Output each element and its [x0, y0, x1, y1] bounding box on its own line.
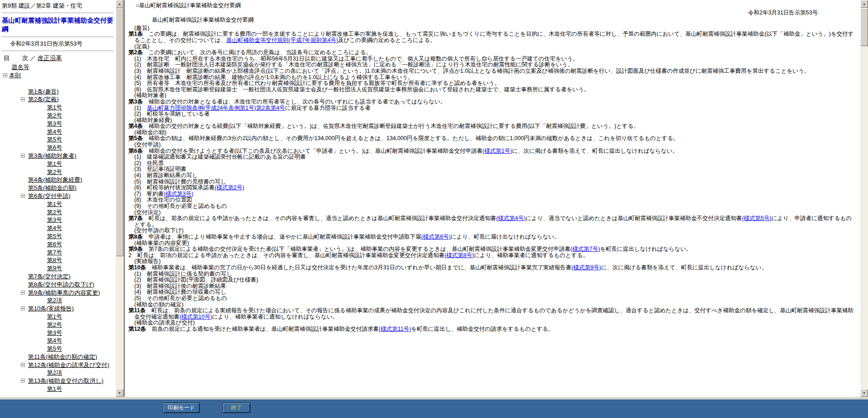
document-link[interactable]: (様式第6号): [421, 234, 451, 240]
toc-item: 第2号: [2, 321, 115, 329]
toc-link[interactable]: 第2項: [47, 369, 62, 376]
document-link[interactable]: (様式第3号): [164, 191, 193, 197]
toc-link[interactable]: 第5号: [47, 345, 62, 352]
tree-collapse-icon[interactable]: [3, 73, 7, 77]
toc-link[interactable]: 第2項: [47, 297, 62, 304]
revision-history-link[interactable]: 改正沿革: [38, 55, 62, 61]
sidebar-scrollbar-thumb[interactable]: [116, 8, 123, 256]
toc-link[interactable]: 題名等: [12, 64, 29, 70]
toc-link[interactable]: 第1条(趣旨): [28, 88, 59, 95]
sidebar-scrollbar[interactable]: ▲ ▼: [116, 0, 123, 397]
document-scrollbar-down-button[interactable]: ▼: [860, 389, 868, 397]
toc-link[interactable]: 第2号: [47, 321, 62, 328]
toc-link[interactable]: 第7条(交付決定): [28, 273, 71, 280]
document-scrollbar-up-button[interactable]: ▲: [860, 0, 868, 8]
tree-collapse-icon[interactable]: [21, 154, 25, 158]
toc-link[interactable]: 第8号: [47, 257, 62, 263]
toc-link[interactable]: 第1号: [47, 104, 62, 111]
article-paragraph: 第5条 補助金の額は、補助対象経費の3分の2以内の額とし、その費用が134,00…: [128, 136, 857, 142]
toc-link[interactable]: 第7号: [47, 249, 62, 256]
toc-link[interactable]: 第5号: [47, 136, 62, 143]
toc-item: 第4号: [2, 224, 115, 232]
toc-link[interactable]: 第2号: [47, 209, 62, 216]
toc-link[interactable]: 第9条(補助事業の内容変更): [28, 289, 100, 296]
document-link[interactable]: (様式第7号): [571, 246, 600, 252]
document-link[interactable]: (様式第11号): [379, 326, 411, 332]
toc-link[interactable]: 第6号: [47, 144, 62, 151]
sidebar-divider: [2, 37, 114, 38]
down-arrow-icon: ▼: [118, 391, 121, 395]
document-link[interactable]: (様式第4号): [496, 215, 525, 221]
tree-collapse-icon[interactable]: [21, 363, 25, 367]
toc-link[interactable]: 第3号: [47, 329, 62, 336]
text-run: (7) 誓約書: [134, 191, 164, 197]
toc-link[interactable]: 第4条(補助対象経費): [28, 176, 82, 183]
exit-button[interactable]: 終了: [222, 403, 250, 413]
article-number: 第1条: [128, 31, 143, 37]
toc-link[interactable]: 第4号: [47, 225, 62, 231]
document-scrollbar[interactable]: ▲ ▼: [860, 0, 868, 397]
document-link[interactable]: (様式第9号): [571, 264, 601, 271]
document-scrollbar-thumb[interactable]: [860, 8, 868, 46]
tree-collapse-icon[interactable]: [21, 379, 25, 383]
toc-item: 題名等: [2, 63, 115, 71]
toc-link[interactable]: 第4号: [47, 337, 62, 344]
sidebar-divider: [2, 51, 114, 52]
text-run: (補助事業の内容変更): [134, 240, 189, 246]
tree-collapse-icon[interactable]: [21, 291, 25, 295]
print-mode-button[interactable]: 印刷モード: [163, 403, 200, 413]
toc-link[interactable]: 第5条(補助金の額): [28, 184, 76, 191]
toc-link[interactable]: 第2条(定義): [28, 96, 59, 103]
toc-link[interactable]: 第10条(実績報告): [28, 305, 74, 312]
toc-link[interactable]: 第11条(補助金の額の確定): [28, 353, 97, 360]
toc-link[interactable]: 第5号: [47, 233, 62, 240]
toc-link[interactable]: 第1号: [47, 160, 62, 167]
toc-header-mokuji: 目 次: [4, 55, 28, 61]
text-run: (趣旨): [134, 25, 149, 31]
text-run: (交付申請): [134, 141, 160, 148]
document-link[interactable]: (様式第8号): [444, 252, 474, 258]
text-run: (補助対象経費): [134, 117, 172, 123]
article-item: (2) 耐震診断 一般財団法人日本建築防災協会が発行する「木造住宅の耐震診断と補…: [134, 62, 857, 68]
toc-link[interactable]: 第1号: [47, 385, 62, 392]
toc-link[interactable]: 第3号: [47, 216, 62, 223]
toc-sidebar: 第9類 建設／第2章 建築・住宅 基山町耐震補強設計事業補助金交付要綱 令和2年…: [0, 0, 116, 397]
document-link[interactable]: (様式第2号): [215, 184, 244, 191]
toc-item: 第2項: [2, 369, 115, 377]
tree-collapse-icon[interactable]: [21, 97, 25, 101]
tree-collapse-icon[interactable]: [21, 306, 25, 310]
toc-link[interactable]: 第6号: [47, 241, 62, 248]
text-run: この要綱において、次の各号に掲げる用語の意義は、当該各号に定めるところによる。: [143, 49, 372, 56]
toc-link[interactable]: 第13条(補助金交付の取消し): [28, 377, 104, 384]
toc-link[interactable]: 第12条(補助金の請求及び交付): [28, 362, 109, 368]
toc-link[interactable]: 第1号: [47, 313, 62, 320]
toc-link[interactable]: 第4号: [47, 128, 62, 135]
sidebar-scrollbar-down-button[interactable]: ▼: [116, 389, 123, 397]
sidebar-scrollbar-up-button[interactable]: ▲: [116, 0, 123, 8]
document-link[interactable]: (様式第10号): [179, 314, 212, 320]
text-run: (2) 耐震診断 一般財団法人日本建築防災協会が発行する「木造住宅の耐震診断と補…: [134, 61, 573, 68]
document-link[interactable]: 基山町暴力団排除条例(平成24年条例第1号)第2条第4号: [147, 105, 285, 111]
toc-link[interactable]: 第2号: [47, 112, 62, 119]
toc-link[interactable]: 第2号: [47, 169, 62, 175]
document-link[interactable]: (様式第1号): [482, 148, 512, 154]
toc-link[interactable]: 第3号: [47, 120, 62, 127]
document-link[interactable]: (様式第5号): [742, 215, 771, 221]
text-run: (交付決定): [134, 209, 160, 216]
toc-link[interactable]: 第6条(交付申請): [28, 193, 71, 199]
bottom-toolbar: 印刷モード 終了: [0, 399, 868, 418]
toc-link[interactable]: 第9号: [47, 265, 62, 272]
toc-link[interactable]: 第3条(補助対象者): [28, 152, 76, 159]
text-run: 第7条の規定による補助金の交付決定を受けた者(以下「補助事業者」という。)は、補…: [143, 246, 571, 252]
tree-collapse-icon[interactable]: [21, 194, 25, 198]
document-link[interactable]: 基山町補助金等交付規則(平成7年規則第4号): [226, 37, 338, 43]
article-item: (5) その他町長が必要と認めるもの: [134, 296, 857, 302]
toc-item: 第3号: [2, 329, 115, 337]
text-run: に、次に掲げる書類を添えて、町長に提出しなければならない。: [601, 264, 767, 271]
toc-link[interactable]: 本則: [9, 72, 21, 79]
article-paragraph: 第4条 補助金の交付の対象となる経費(以下「補助対象経費」という。)は、佐賀県木…: [128, 123, 857, 130]
toc-link[interactable]: 第1号: [47, 201, 62, 207]
sidebar-document-title-link[interactable]: 基山町耐震補強設計事業補助金交付要綱: [2, 16, 115, 33]
toc-link[interactable]: 第8条(交付申請の取下げ): [28, 281, 94, 288]
article-item: (4) 耐震診断結果の写し: [134, 173, 857, 179]
